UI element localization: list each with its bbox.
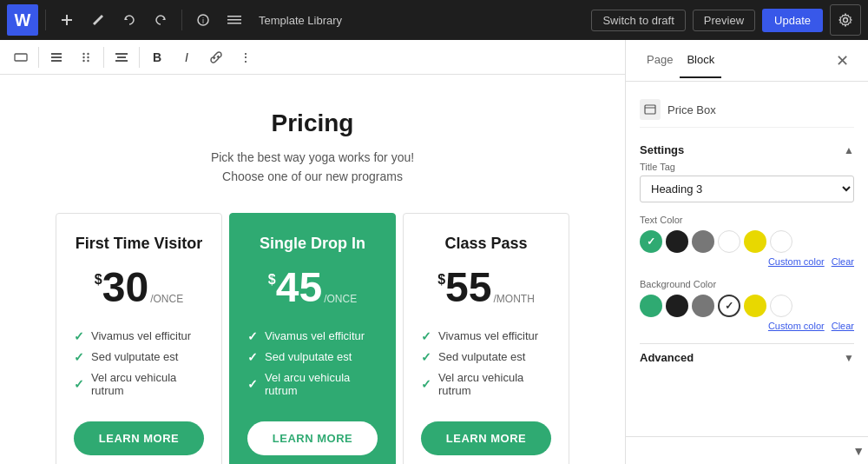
right-panel: Page Block ✕ Price Box Settings ▲ Title …	[625, 40, 868, 464]
edit-button[interactable]	[84, 6, 112, 34]
card-price-0: $ 30 /ONCE	[95, 267, 183, 308]
svg-point-17	[87, 56, 89, 57]
bg-color-field: Background Color Custom color Clear	[640, 279, 854, 331]
price-box-icon	[640, 99, 661, 120]
settings-section-header[interactable]: Settings ▲	[640, 138, 854, 162]
svg-rect-7	[227, 19, 241, 21]
block-drag-button[interactable]	[72, 43, 100, 71]
check-icon-0-0: ✓	[74, 329, 84, 343]
feature-2-1: ✓ Sed vulputate est	[421, 347, 551, 368]
top-toolbar: W i Template Library Switch to draft Pre…	[0, 0, 868, 40]
text-color-swatches	[640, 230, 854, 253]
check-icon-1-0: ✓	[247, 329, 258, 343]
toolbar-sep-3	[139, 47, 140, 68]
price-box-label: Price Box	[667, 103, 716, 116]
text-color-links: Custom color Clear	[640, 256, 854, 267]
tab-block[interactable]: Block	[680, 43, 721, 78]
card-button-2[interactable]: LEARN MORE	[421, 421, 551, 455]
block-move-button[interactable]	[43, 43, 70, 71]
info-button[interactable]: i	[189, 6, 217, 34]
panel-scroll-down-button[interactable]: ▼	[852, 444, 865, 458]
svg-rect-11	[51, 53, 62, 55]
bg-color-yellow[interactable]	[744, 295, 766, 317]
price-number-2: 55	[445, 267, 491, 308]
bg-color-gray[interactable]	[692, 295, 714, 317]
advanced-section-header[interactable]: Advanced ▼	[640, 343, 854, 371]
text-color-field: Text Color Custom color Clear	[640, 215, 854, 267]
text-color-green[interactable]	[640, 230, 662, 253]
block-align-button[interactable]	[108, 43, 135, 71]
bg-clear-button[interactable]: Clear	[832, 321, 854, 331]
text-color-empty[interactable]	[770, 230, 792, 253]
panel-close-button[interactable]: ✕	[830, 49, 854, 73]
svg-rect-23	[645, 105, 655, 114]
svg-point-14	[82, 52, 84, 54]
wp-logo[interactable]: W	[7, 4, 38, 36]
redo-button[interactable]	[147, 6, 174, 34]
italic-button[interactable]: I	[173, 43, 201, 71]
price-period-0: /ONCE	[150, 293, 183, 305]
card-features-1: ✓ Vivamus vel efficitur ✓ Sed vulputate …	[247, 326, 378, 401]
price-number-1: 45	[276, 267, 322, 308]
text-color-white[interactable]	[718, 230, 740, 253]
panel-header: Page Block ✕	[626, 40, 868, 82]
update-button[interactable]: Update	[762, 9, 823, 32]
title-tag-select[interactable]: Heading 3 Heading 1 Heading 2 Heading 4 …	[640, 176, 854, 202]
check-icon-2-2: ✓	[421, 377, 431, 391]
text-custom-color-button[interactable]: Custom color	[768, 256, 825, 267]
bg-color-white[interactable]	[718, 295, 740, 317]
undo-button[interactable]	[115, 6, 143, 34]
bg-color-empty[interactable]	[770, 295, 792, 317]
pricing-subtitle: Pick the best way yoga works for you! Ch…	[52, 148, 573, 187]
feature-0-1: ✓ Sed vulputate est	[74, 347, 204, 368]
card-button-1[interactable]: LEARN MORE	[247, 421, 378, 455]
card-title-1: Single Drop In	[260, 235, 365, 253]
toolbar-title: Template Library	[259, 14, 588, 27]
advanced-chevron-icon: ▼	[844, 352, 854, 364]
settings-gear-button[interactable]	[830, 4, 861, 36]
tab-page[interactable]: Page	[640, 43, 680, 78]
settings-chevron-icon: ▲	[844, 144, 854, 156]
text-clear-button[interactable]: Clear	[832, 256, 854, 267]
bg-color-dark[interactable]	[666, 295, 688, 317]
text-color-yellow[interactable]	[744, 230, 766, 253]
card-features-2: ✓ Vivamus vel efficitur ✓ Sed vulputate …	[421, 326, 551, 401]
card-button-0[interactable]: LEARN MORE	[74, 421, 204, 455]
bg-color-green[interactable]	[640, 295, 662, 317]
svg-point-19	[87, 59, 89, 61]
subtitle-line2: Choose one of our new programs	[52, 167, 573, 186]
card-price-2: $ 55 /MONTH	[437, 267, 535, 308]
text-color-gray[interactable]	[692, 230, 714, 253]
main-layout: B I ⋮ Pricing Pick the best way yoga wor…	[0, 40, 868, 464]
pricing-card-0: First Time Visitor $ 30 /ONCE ✓ Vivamus …	[56, 213, 222, 464]
editor-area: B I ⋮ Pricing Pick the best way yoga wor…	[0, 40, 625, 464]
toolbar-divider-1	[45, 10, 46, 30]
svg-rect-13	[51, 60, 62, 62]
pricing-cards: First Time Visitor $ 30 /ONCE ✓ Vivamus …	[52, 213, 573, 464]
settings-section-title: Settings	[640, 143, 844, 156]
link-button[interactable]	[202, 43, 230, 71]
switch-to-draft-button[interactable]: Switch to draft	[591, 10, 685, 31]
title-tag-field: Title Tag Heading 3 Heading 1 Heading 2 …	[640, 162, 854, 215]
svg-point-16	[82, 56, 84, 57]
bold-button[interactable]: B	[143, 43, 171, 71]
bg-custom-color-button[interactable]: Custom color	[768, 321, 825, 331]
check-icon-2-0: ✓	[421, 329, 431, 343]
toolbar-sep-2	[103, 47, 104, 68]
text-color-dark[interactable]	[666, 230, 688, 253]
block-transform-button[interactable]	[7, 43, 35, 71]
add-block-button[interactable]	[53, 6, 81, 34]
bg-color-swatches	[640, 295, 854, 317]
svg-rect-12	[51, 56, 62, 58]
bg-color-label: Background Color	[640, 279, 854, 289]
text-color-label: Text Color	[640, 215, 854, 225]
toolbar-sep-1	[38, 47, 39, 68]
price-dollar-1: $	[268, 272, 276, 288]
bg-color-links: Custom color Clear	[640, 321, 854, 331]
menu-button[interactable]	[220, 6, 248, 34]
block-toolbar: B I ⋮	[0, 40, 625, 75]
more-options-button[interactable]: ⋮	[232, 43, 260, 71]
preview-button[interactable]: Preview	[693, 10, 755, 31]
toolbar-right: Switch to draft Preview Update	[591, 4, 861, 36]
card-title-0: First Time Visitor	[76, 235, 202, 253]
